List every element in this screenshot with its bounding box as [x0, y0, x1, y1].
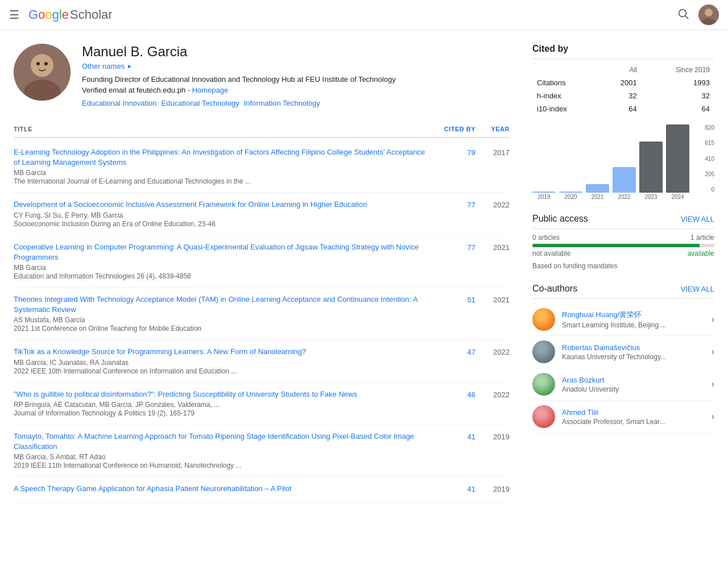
paper-title[interactable]: E-Learning Technology Adoption in the Ph… — [14, 147, 430, 168]
paper-authors: MB Garcia — [14, 264, 430, 272]
paper-cited[interactable]: 47 — [430, 347, 475, 375]
chart-x-labels: 201920202021202220232024 — [532, 194, 714, 200]
paper-info: Theories Integrated With Technology Acce… — [14, 294, 430, 332]
svg-point-8 — [36, 62, 40, 65]
col-year-header: YEAR — [475, 126, 510, 132]
tag-information-technology[interactable]: Information Technology — [244, 99, 320, 107]
funding-mandates: Based on funding mandates — [532, 262, 714, 270]
chart-x-label: 2019 — [532, 194, 556, 200]
coauthors-list: Ronghuai Huang/黄荣怀 Smart Learning Instit… — [532, 304, 714, 433]
papers-header: TITLE CITED BY YEAR — [14, 121, 510, 138]
paper-cited[interactable]: 77 — [430, 199, 475, 227]
cited-by-title: Cited by — [532, 44, 714, 59]
articles-not-available-label: 0 articles — [532, 234, 560, 242]
public-access-section: Public access VIEW ALL 0 articles 1 arti… — [532, 214, 714, 270]
chart-x-label: 2020 — [559, 194, 582, 200]
coauthor-item[interactable]: Aras Bozkurt Anadolu University › — [532, 368, 714, 401]
tag-educational-technology[interactable]: Educational Technology — [162, 99, 239, 107]
paper-cited[interactable]: 46 — [430, 389, 475, 417]
coauthors-header: Co-authors VIEW ALL — [532, 284, 714, 299]
stats-table: All Since 2019 Citations 2001 1993 h-ind… — [532, 64, 714, 115]
menu-icon[interactable]: ☰ — [9, 8, 19, 22]
paper-title[interactable]: Development of a Socioeconomic Inclusive… — [14, 199, 430, 210]
chart-bar — [639, 142, 663, 193]
paper-title[interactable]: Cooperative Learning in Computer Program… — [14, 242, 430, 263]
stats-all: 2001 — [598, 76, 642, 89]
paper-cited[interactable]: 51 — [430, 294, 475, 332]
not-available-label: not available — [532, 250, 570, 257]
stats-label: i10-index — [532, 102, 598, 115]
other-names-link[interactable]: Other names ► — [82, 62, 510, 70]
stats-col-empty — [532, 64, 598, 76]
coauthor-info: Ronghuai Huang/黄荣怀 Smart Learning Instit… — [562, 310, 705, 329]
stats-row: i10-index 64 64 — [532, 102, 714, 115]
search-icon[interactable] — [677, 7, 689, 23]
coauthors-view-all[interactable]: VIEW ALL — [681, 285, 714, 293]
paper-authors: RP Bringula, AE Catacutan, MB Garcia, JP… — [14, 401, 430, 409]
other-names-arrow: ► — [127, 63, 133, 69]
coauthor-affiliation: Anadolu University — [562, 385, 705, 393]
paper-year: 2022 — [475, 389, 510, 417]
coauthor-item[interactable]: Robertas Damaševičius Kaunas University … — [532, 336, 714, 368]
stats-all: 64 — [598, 102, 642, 115]
col-title-header: TITLE — [14, 126, 430, 132]
paper-cited[interactable]: 41 — [430, 484, 475, 495]
paper-authors: MB Garcia — [14, 169, 430, 177]
chart-bar — [532, 192, 556, 193]
coauthor-name: Aras Bozkurt — [562, 376, 705, 384]
coauthor-item[interactable]: Ahmed Tlili Associate Professor, Smart L… — [532, 401, 714, 433]
articles-available-label: 1 article — [690, 234, 714, 242]
stats-label: h-index — [532, 89, 598, 102]
table-row: E-Learning Technology Adoption in the Ph… — [14, 140, 510, 193]
paper-title[interactable]: Tomayto, Tomahto: A Machine Learning App… — [14, 431, 430, 452]
svg-point-3 — [705, 9, 713, 16]
homepage-link[interactable]: Homepage — [192, 86, 229, 94]
scholar-label: Scholar — [70, 7, 113, 22]
header: ☰ GoogleScholar — [0, 0, 728, 30]
paper-cited[interactable]: 79 — [430, 147, 475, 185]
paper-journal: The International Journal of E-Learning … — [14, 177, 430, 185]
coauthor-chevron-icon: › — [712, 379, 714, 389]
access-bar-green — [532, 244, 700, 247]
coauthor-chevron-icon: › — [712, 411, 714, 422]
coauthor-avatar — [532, 373, 555, 396]
user-avatar[interactable] — [698, 5, 719, 25]
paper-cited[interactable]: 77 — [430, 242, 475, 280]
coauthor-avatar — [532, 308, 555, 331]
paper-journal: Education and Information Technologies 2… — [14, 272, 430, 280]
papers-section: TITLE CITED BY YEAR E-Learning Technolog… — [14, 121, 510, 502]
coauthor-item[interactable]: Ronghuai Huang/黄荣怀 Smart Learning Instit… — [532, 304, 714, 336]
tag-educational-innovation[interactable]: Educational Innovation — [82, 99, 157, 107]
public-access-title: Public access — [532, 214, 588, 224]
paper-cited[interactable]: 41 — [430, 431, 475, 469]
paper-journal: Socioeconomic Inclusion During an Era of… — [14, 220, 430, 228]
table-row: Tomayto, Tomahto: A Machine Learning App… — [14, 425, 510, 477]
coauthor-chevron-icon: › — [712, 314, 714, 325]
paper-title[interactable]: A Speech Therapy Game Application for Ap… — [14, 484, 430, 494]
stats-label: Citations — [532, 76, 598, 89]
chart-bar — [666, 124, 689, 193]
coauthor-affiliation: Kaunas University of Technology... — [562, 353, 705, 361]
coauthor-info: Aras Bozkurt Anadolu University — [562, 376, 705, 393]
stats-since2019: 1993 — [642, 76, 714, 89]
paper-title[interactable]: Theories Integrated With Technology Acce… — [14, 294, 430, 315]
public-access-view-all[interactable]: VIEW ALL — [681, 215, 714, 223]
paper-journal: Journal of Information Technology & Poli… — [14, 409, 430, 417]
svg-line-1 — [685, 16, 688, 19]
available-label: available — [688, 250, 714, 257]
paper-title[interactable]: "Who is gullible to political disinforma… — [14, 389, 430, 400]
svg-point-6 — [31, 54, 53, 77]
paper-year: 2019 — [475, 484, 510, 495]
google-logo: GoogleScholar — [28, 7, 113, 22]
paper-year: 2017 — [475, 147, 510, 185]
paper-authors: MB Garcia, IC Juanatas, RA Juanatas — [14, 359, 430, 367]
paper-year: 2022 — [475, 347, 510, 375]
coauthor-name: Ahmed Tlili — [562, 408, 705, 417]
stats-since2019: 32 — [642, 89, 714, 102]
paper-journal: 2022 IEEE 10th International Conference … — [14, 367, 430, 375]
access-labels: 0 articles 1 article — [532, 234, 714, 242]
paper-title[interactable]: TikTok as a Knowledge Source for Program… — [14, 347, 430, 357]
paper-info: A Speech Therapy Game Application for Ap… — [14, 484, 430, 495]
paper-authors: AS Mustafa, MB Garcia — [14, 316, 430, 324]
left-panel: Manuel B. Garcia Other names ► Founding … — [14, 44, 510, 502]
